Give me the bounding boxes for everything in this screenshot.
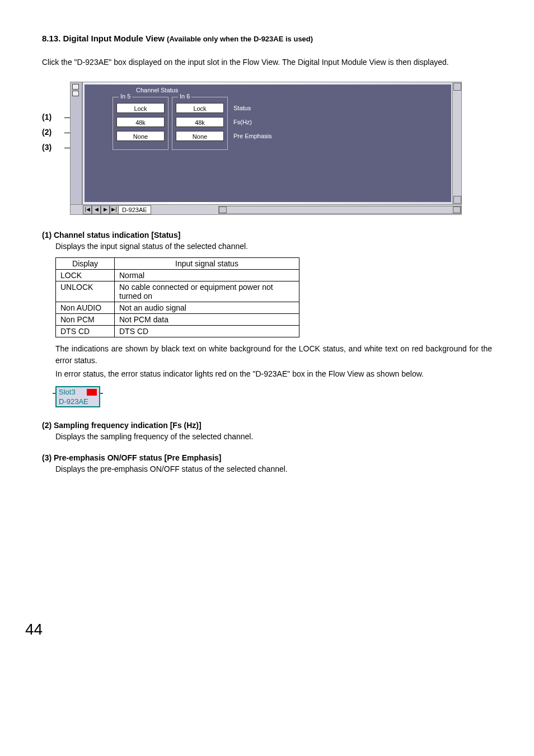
scroll-up-icon[interactable] (453, 83, 461, 91)
preemphasis-value: None (176, 131, 224, 141)
section-1-after2: In error status, the error status indica… (55, 368, 492, 379)
error-led-icon (87, 389, 97, 396)
section-3-desc: Displays the pre-emphasis ON/OFF status … (55, 463, 492, 475)
preemphasis-value: None (116, 131, 165, 141)
cell: DTS CD (56, 326, 115, 337)
callout-1: (1) (42, 110, 70, 125)
row-label-preemphasis: Pre Emphasis (231, 131, 271, 141)
panel-title: Channel Status (85, 84, 451, 97)
scroll-right-icon[interactable] (453, 206, 461, 213)
tab-last-button[interactable]: ▶| (110, 205, 119, 214)
tab-next-button[interactable]: ▶ (101, 205, 110, 214)
channel-group-in6: In 6 Lock 48k None (172, 97, 228, 150)
cell: No cable connected or equipment power no… (115, 281, 299, 302)
screenshot-toolbar (71, 82, 83, 204)
cell: Normal (115, 270, 299, 281)
cell: LOCK (56, 270, 115, 281)
scroll-left-icon[interactable] (219, 206, 227, 213)
callout-2: (2) (42, 125, 70, 140)
section-1-desc: Displays the input signal status of the … (55, 241, 492, 252)
screenshot-panel: Channel Status In 5 Lock 48k None In 6 L… (70, 82, 462, 215)
slot-label: Slot3 (59, 388, 76, 396)
cell: UNLOCK (56, 281, 115, 302)
vertical-scrollbar[interactable] (452, 82, 461, 204)
active-tab[interactable]: D-923AE (119, 205, 151, 214)
cell: Not PCM data (115, 314, 299, 326)
horizontal-scrollbar[interactable] (218, 206, 461, 214)
slot-module: D-923AE (59, 397, 88, 406)
tool-icon[interactable] (72, 84, 79, 90)
callout-3: (3) (42, 140, 70, 155)
intro-paragraph: Click the "D-923AE" box displayed on the… (42, 57, 492, 68)
slot-box: Slot3 D-923AE (55, 386, 100, 407)
table-row: UNLOCK No cable connected or equipment p… (56, 281, 299, 302)
table-row: DTS CD DTS CD (56, 326, 299, 337)
table-row: Non PCM Not PCM data (56, 314, 299, 326)
cell: Non PCM (56, 314, 115, 326)
tab-prev-button[interactable]: ◀ (92, 205, 101, 214)
section-1-after1: The indications are shown by black text … (55, 343, 492, 366)
status-table: Display Input signal status LOCK Normal … (55, 257, 299, 337)
scroll-down-icon[interactable] (453, 196, 461, 204)
page-number: 44 (25, 621, 492, 638)
fs-value: 48k (176, 117, 224, 127)
status-value: Lock (116, 103, 165, 113)
section-2-desc: Displays the sampling frequency of the s… (55, 431, 492, 442)
section-3-title: (3) Pre-emphasis ON/OFF status [Pre Emph… (42, 453, 492, 462)
row-label-fs: Fs(Hz) (231, 117, 271, 127)
section-2-title: (2) Sampling frequency indication [Fs (H… (42, 421, 492, 430)
table-header-display: Display (56, 258, 115, 270)
cell: Not an audio signal (115, 302, 299, 314)
section-1-title: (1) Channel status indication [Status] (42, 231, 492, 240)
group-label: In 6 (178, 93, 191, 100)
table-row: LOCK Normal (56, 270, 299, 281)
cell: DTS CD (115, 326, 299, 337)
channel-group-in5: In 5 Lock 48k None (113, 97, 168, 150)
tab-bar: |◀ ◀ ▶ ▶| D-923AE (71, 204, 461, 214)
heading-title: 8.13. Digital Input Module View (42, 34, 165, 43)
section-heading: 8.13. Digital Input Module View (Availab… (42, 34, 492, 43)
tool-icon[interactable] (72, 91, 79, 96)
cell: Non AUDIO (56, 302, 115, 314)
heading-subtitle: (Available only when the D-923AE is used… (167, 35, 313, 43)
row-label-status: Status (231, 103, 271, 113)
group-label: In 5 (119, 93, 132, 100)
callout-column: (1) (2) (3) (42, 82, 70, 155)
table-row: Non AUDIO Not an audio signal (56, 302, 299, 314)
status-value: Lock (176, 103, 224, 113)
fs-value: 48k (116, 117, 165, 127)
table-header-status: Input signal status (115, 258, 299, 270)
tab-first-button[interactable]: |◀ (83, 205, 92, 214)
row-labels: Status Fs(Hz) Pre Emphasis (231, 97, 271, 145)
